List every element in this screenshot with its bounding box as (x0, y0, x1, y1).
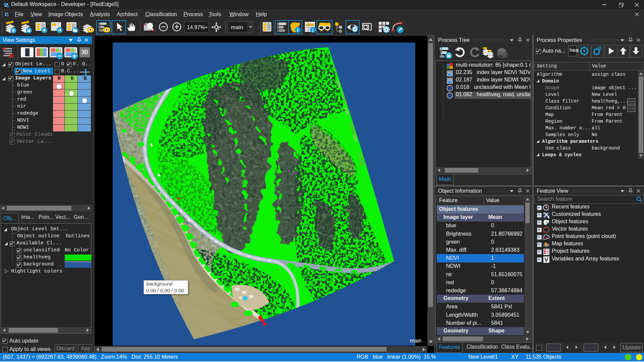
svg-text:V: V (544, 257, 548, 263)
svg-text:main: main (231, 24, 243, 31)
svg-text:14.97%: 14.97% (187, 24, 205, 30)
svg-text:i: i (297, 28, 299, 33)
svg-text:i: i (312, 28, 314, 33)
